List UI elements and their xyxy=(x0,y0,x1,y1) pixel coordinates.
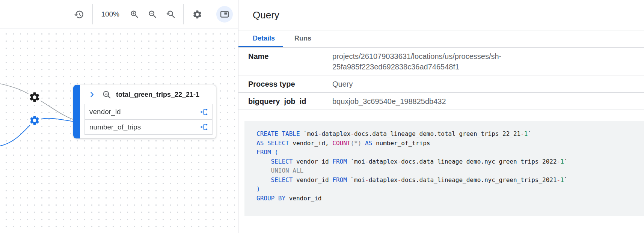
history-icon xyxy=(74,9,84,20)
sql-line: UNION ALL xyxy=(256,166,640,176)
lineage-canvas: 100% xyxy=(0,0,238,233)
sql-line: FROM ( xyxy=(256,148,640,157)
node-field-row[interactable]: number_of_trips xyxy=(85,119,212,134)
tab-bar: DetailsRuns xyxy=(238,30,644,48)
sql-line: GROUP BY vendor_id xyxy=(256,194,640,203)
gear-halo xyxy=(28,114,41,127)
field-name: number_of_trips xyxy=(89,123,200,131)
zoom-out-icon xyxy=(148,9,158,20)
details-row: Nameprojects/261079033631/locations/us/p… xyxy=(238,48,644,75)
lineage-graph-area[interactable]: total_green_trips_22_21-1 vendor_id numb… xyxy=(0,29,238,233)
node-fields: vendor_id number_of_trips xyxy=(84,104,213,135)
lineage-edge-gray xyxy=(0,84,74,120)
sql-code: CREATE TABLE `moi-dataplex-docs.data_lin… xyxy=(256,129,640,203)
zoom-level: 100% xyxy=(99,10,122,18)
toolbar-divider xyxy=(183,4,184,24)
app-window: 100% xyxy=(0,0,644,233)
node-accent-bar xyxy=(73,85,80,138)
gear-halo xyxy=(27,90,42,104)
lineage-icon[interactable] xyxy=(200,123,208,131)
chevron-right-icon[interactable] xyxy=(88,91,96,98)
zoom-reset-button[interactable] xyxy=(163,7,178,22)
zoom-out-button[interactable] xyxy=(145,7,160,22)
details-value: bquxjob_3c69540e_198825db432 xyxy=(332,96,588,107)
history-button[interactable] xyxy=(71,7,86,22)
indent-guide xyxy=(262,157,262,184)
node-header[interactable]: total_green_trips_22_21-1 xyxy=(80,85,216,104)
details-value: Query xyxy=(332,79,588,89)
node-field-row[interactable]: vendor_id xyxy=(85,104,212,119)
gear-icon xyxy=(192,9,202,20)
sql-line: ) xyxy=(256,185,640,194)
details-row: Process typeQuery xyxy=(238,75,644,93)
details-label: Name xyxy=(238,51,332,72)
sql-line: CREATE TABLE `moi-dataplex-docs.data_lin… xyxy=(256,129,640,139)
lineage-icon[interactable] xyxy=(200,108,208,116)
bigquery-table-icon xyxy=(102,90,112,99)
details-label: bigquery_job_id xyxy=(238,96,332,107)
lineage-toolbar: 100% xyxy=(0,0,238,29)
sql-code-block: CREATE TABLE `moi-dataplex-docs.data_lin… xyxy=(244,121,644,216)
details-panel: Query DetailsRuns Nameprojects/261079033… xyxy=(238,0,644,233)
process-gear-black[interactable] xyxy=(30,92,39,102)
zoom-in-icon xyxy=(130,9,140,20)
toolbar-divider xyxy=(92,4,93,24)
details-row: bigquery_job_idbquxjob_3c69540e_198825db… xyxy=(238,93,644,110)
side-panel-toggle-button[interactable] xyxy=(216,6,233,23)
tab-runs[interactable]: Runs xyxy=(288,30,317,47)
node-title: total_green_trips_22_21-1 xyxy=(116,91,199,99)
lineage-node-total-green-trips[interactable]: total_green_trips_22_21-1 vendor_id numb… xyxy=(73,85,216,138)
details-label: Process type xyxy=(238,79,332,89)
toolbar-divider xyxy=(210,4,210,24)
field-name: vendor_id xyxy=(89,108,200,116)
panel-header: Query xyxy=(238,0,644,30)
sql-line: SELECT vendor_id FROM `moi-dataplex-docs… xyxy=(256,176,640,185)
panel-title: Query xyxy=(253,9,279,21)
process-gear-blue[interactable] xyxy=(30,116,39,125)
zoom-reset-icon xyxy=(166,9,176,20)
tab-details[interactable]: Details xyxy=(238,30,283,47)
details-value: projects/261079033631/locations/us/proce… xyxy=(332,51,588,72)
zoom-in-button[interactable] xyxy=(127,7,142,22)
sql-line: AS SELECT vendor_id, COUNT(*) AS number_… xyxy=(256,139,640,148)
sql-line: SELECT vendor_id FROM `moi-dataplex-docs… xyxy=(256,157,640,167)
side-panel-icon xyxy=(219,9,230,20)
details-table: Nameprojects/261079033631/locations/us/p… xyxy=(238,48,644,110)
settings-button[interactable] xyxy=(190,7,205,22)
